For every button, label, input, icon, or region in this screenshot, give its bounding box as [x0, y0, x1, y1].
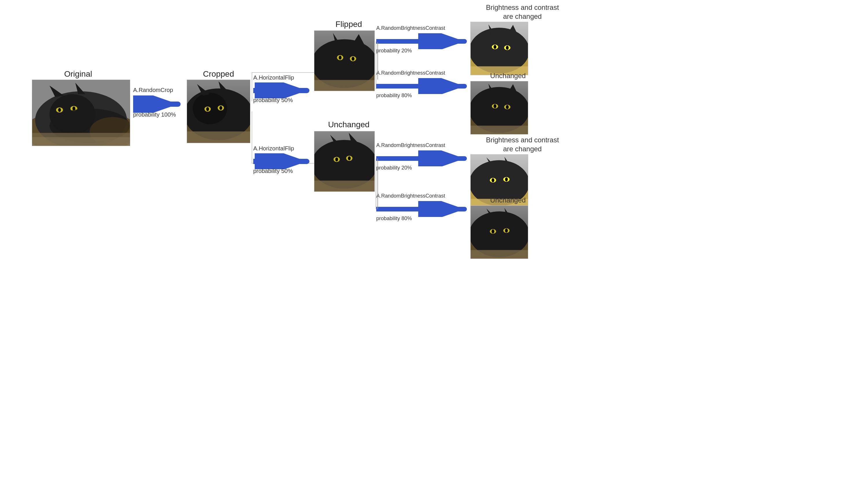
- cropped-label: Cropped: [187, 69, 250, 79]
- svg-point-23: [206, 107, 209, 111]
- brightness-changed-1-label: Brightness and contrastare changed: [470, 3, 575, 21]
- arrow-hflip-bottom-label-top: A.HorizontalFlip: [253, 145, 294, 152]
- original-label: Original: [32, 69, 124, 79]
- arrow-rbc-4-label-bottom: probability 80%: [376, 216, 412, 222]
- arrow-rbc-2-label-top: A.RandomBrightnessContrast: [376, 70, 445, 76]
- svg-point-69: [494, 45, 496, 49]
- unchanged-fork-vertical: [374, 159, 378, 209]
- flipped-label: Flipped: [314, 20, 383, 29]
- arrow-hflip-top-label-top: A.HorizontalFlip: [253, 74, 294, 81]
- svg-rect-80: [471, 126, 528, 134]
- arrow-hflip-top-label-bottom: probability 50%: [253, 97, 293, 103]
- svg-rect-52: [314, 181, 374, 192]
- svg-point-67: [506, 46, 509, 50]
- arrow-random-crop-label-bottom: probability 100%: [133, 111, 176, 118]
- svg-rect-100: [471, 250, 528, 259]
- svg-point-51: [348, 156, 351, 160]
- svg-rect-14: [32, 137, 130, 146]
- arrow-random-crop-label-top: A.RandomCrop: [133, 87, 173, 93]
- svg-point-97: [492, 229, 494, 233]
- svg-point-99: [505, 229, 508, 233]
- svg-point-49: [335, 157, 338, 161]
- arrow-rbc-3-label-top: A.RandomBrightnessContrast: [376, 142, 445, 149]
- arrow-hflip-bottom-label-bottom: probability 50%: [253, 168, 293, 174]
- unchanged-4-image: [470, 205, 528, 259]
- svg-point-41: [339, 56, 342, 60]
- arrow-rbc-4-label-top: A.RandomBrightnessContrast: [376, 193, 445, 199]
- cropped-image: [187, 79, 250, 143]
- unchanged-2-label: Unchanged: [470, 72, 546, 80]
- original-image: [32, 79, 130, 146]
- svg-point-25: [219, 106, 222, 110]
- arrow-rbc-1-label-top: A.RandomBrightnessContrast: [376, 25, 445, 31]
- unchanged-2-image: [470, 81, 528, 134]
- flipped-fork-vertical: [374, 41, 378, 89]
- unchanged-top-image: [314, 131, 375, 192]
- brightness-changed-1-image: [470, 22, 528, 75]
- svg-point-8: [58, 108, 61, 112]
- svg-point-79: [494, 104, 496, 108]
- svg-point-87: [492, 178, 494, 182]
- svg-rect-26: [187, 131, 250, 143]
- svg-point-89: [505, 177, 508, 182]
- svg-point-77: [506, 105, 509, 109]
- flipped-image: [314, 30, 375, 91]
- unchanged-4-label: Unchanged: [470, 196, 546, 204]
- diagram-container: Original A.RandomCrop: [0, 0, 868, 488]
- svg-rect-42: [314, 80, 374, 91]
- unchanged-top-label: Unchanged: [314, 120, 383, 129]
- arrow-rbc-2-label-bottom: probability 80%: [376, 93, 412, 99]
- arrow-rbc-3-label-bottom: probability 20%: [376, 165, 412, 171]
- arrow-rbc-1-label-bottom: probability 20%: [376, 48, 412, 54]
- svg-point-39: [352, 57, 354, 61]
- brightness-changed-3-label: Brightness and contrastare changed: [470, 135, 575, 153]
